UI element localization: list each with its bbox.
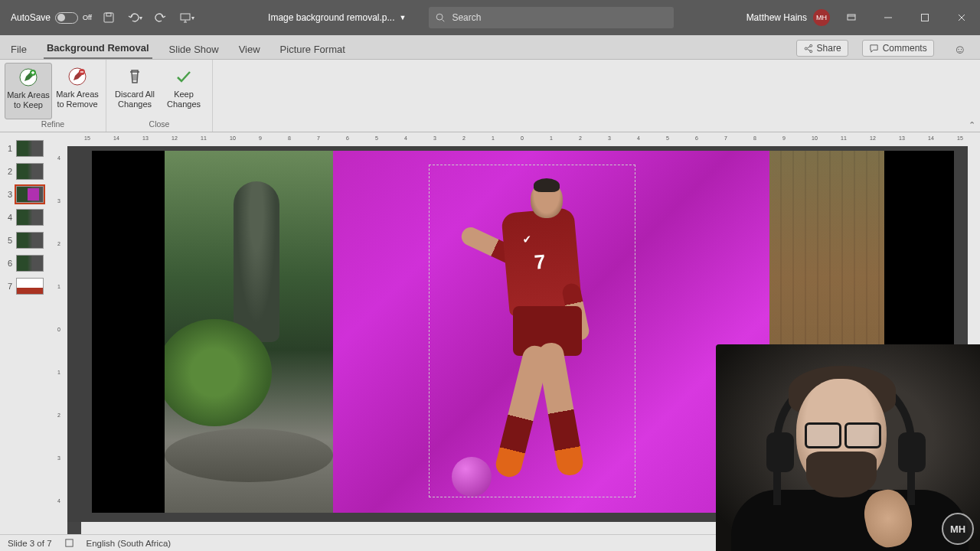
ribbon-group-refine: Mark Areasto Keep Mark Areasto Remove Re… [0,60,106,132]
slide-thumbnails: 1 2 3 4 5 6 7 [0,132,54,534]
tab-file[interactable]: File [8,39,30,59]
thumbnail-3[interactable] [16,186,44,203]
svg-rect-1 [106,13,111,16]
thumbnail-2[interactable] [16,163,44,180]
discard-changes-button[interactable]: Discard AllChanges [111,63,158,119]
ribbon: Mark Areasto Keep Mark Areasto Remove Re… [0,60,980,132]
thumbnail-6[interactable] [16,255,44,272]
svg-point-6 [809,44,812,47]
trash-icon [124,66,145,87]
tab-picture-format[interactable]: Picture Format [277,39,348,59]
save-icon[interactable] [100,8,118,27]
pencil-minus-icon [67,66,88,87]
feedback-icon[interactable]: ☺ [948,43,972,59]
svg-point-8 [805,47,807,50]
svg-rect-13 [65,540,72,546]
background-garden-left [165,151,333,513]
svg-rect-4 [848,15,855,20]
document-title[interactable]: Image background removal.p...▼ [268,12,406,23]
webcam-overlay: MH [716,344,980,551]
thumbnail-5[interactable] [16,232,44,249]
share-button[interactable]: Share [796,40,848,57]
group-label-close: Close [149,119,170,130]
pencil-plus-icon [18,67,39,88]
accessibility-icon[interactable] [64,538,74,548]
undo-icon[interactable]: ▾ [126,8,144,27]
ribbon-tabs: File Background Removal Slide Show View … [0,35,980,60]
present-icon[interactable]: ▾ [178,8,196,27]
thumbnail-4[interactable] [16,209,44,226]
maximize-icon[interactable] [910,6,940,29]
keep-changes-button[interactable]: KeepChanges [160,63,207,119]
group-label-refine: Refine [41,119,64,130]
image-selection-box[interactable] [429,165,635,497]
title-bar: AutoSave Off ▾ ▾ Image background remova… [0,0,980,35]
close-icon[interactable] [946,6,977,29]
autosave-toggle[interactable]: AutoSave Off [11,12,92,24]
comments-button[interactable]: Comments [862,40,934,57]
svg-point-3 [437,14,443,20]
language-status[interactable]: English (South Africa) [87,539,172,548]
collapse-ribbon-icon[interactable]: ⌃ [969,120,975,130]
thumbnail-1[interactable] [16,140,44,157]
svg-point-7 [809,50,812,52]
svg-rect-0 [104,13,113,22]
tab-background-removal[interactable]: Background Removal [44,37,152,59]
mark-areas-keep-button[interactable]: Mark Areasto Keep [5,63,52,119]
svg-rect-5 [922,15,929,21]
search-input[interactable]: Search [429,7,674,28]
user-name[interactable]: Matthew Hains [746,12,807,23]
user-avatar[interactable]: MH [813,9,830,26]
ribbon-display-icon[interactable] [836,6,867,29]
presenter-logo: MH [942,513,974,545]
mark-areas-remove-button[interactable]: Mark Areasto Remove [54,63,101,119]
vertical-ruler: 432101234 [54,132,67,534]
tab-slide-show[interactable]: Slide Show [166,39,222,59]
thumbnail-7[interactable] [16,278,44,295]
tab-view[interactable]: View [236,39,263,59]
minimize-icon[interactable] [873,6,903,29]
slide-counter[interactable]: Slide 3 of 7 [8,539,52,548]
horizontal-ruler: 1514131211109876543210123456789101112131… [67,132,980,146]
svg-rect-2 [181,14,190,20]
ribbon-group-close: Discard AllChanges KeepChanges Close [106,60,213,132]
checkmark-icon [173,66,194,87]
search-icon [435,12,446,23]
redo-icon[interactable] [152,8,170,27]
